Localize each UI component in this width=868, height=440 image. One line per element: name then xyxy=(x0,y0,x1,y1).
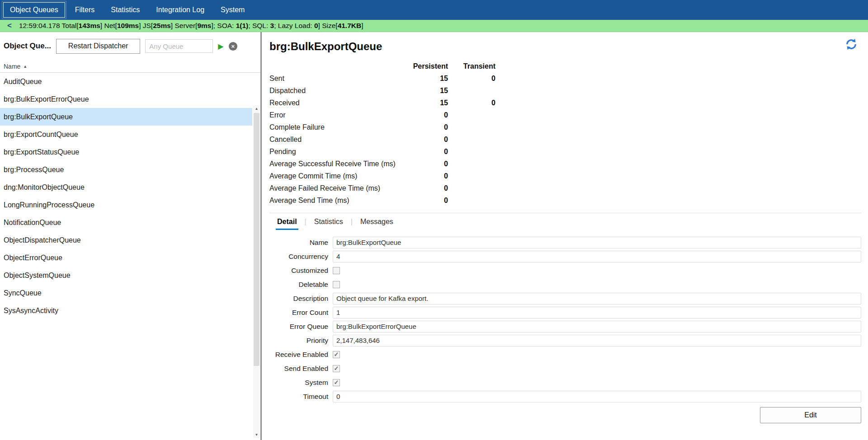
nav-tab-statistics[interactable]: Statistics xyxy=(104,3,146,17)
stat-persistent-value: 0 xyxy=(405,148,448,156)
stat-label: Pending xyxy=(269,148,405,156)
status-segment: 109ms xyxy=(117,22,139,29)
stat-label: Error xyxy=(269,111,405,119)
receive-enabled-checkbox[interactable]: ✓ xyxy=(333,351,340,358)
form-row: Name xyxy=(269,235,861,249)
tab-messages[interactable]: Messages xyxy=(359,218,395,229)
tab-separator: | xyxy=(305,218,307,226)
status-segment: 1(1) xyxy=(236,22,249,29)
form-row: Deletable xyxy=(269,277,861,291)
main-area: Object Que... Restart Dispatcher ▶ × Nam… xyxy=(0,32,868,440)
priority-field[interactable] xyxy=(333,335,861,346)
status-segment: ] Size[ xyxy=(318,22,338,29)
top-navbar: Object Queues Filters Statistics Integra… xyxy=(0,0,868,20)
stat-label: Average Send Time (ms) xyxy=(269,197,405,205)
status-text: 12:59:04.178 Total[143ms] Net[109ms] JS[… xyxy=(19,22,363,30)
queue-item-brg-bulkexportqueue[interactable]: brg:BulkExportQueue xyxy=(0,108,252,126)
scrollbar-thumb[interactable] xyxy=(254,113,259,366)
status-segment: ; SQL: xyxy=(248,22,270,29)
form-row: Priority xyxy=(269,333,861,347)
stat-persistent-value: 0 xyxy=(405,172,448,180)
nav-tab-object-queues[interactable]: Object Queues xyxy=(3,2,65,18)
stat-row: Complete Failure0 xyxy=(269,121,861,133)
status-segment: 9ms xyxy=(197,22,211,29)
form-label-receive-enabled: Receive Enabled xyxy=(269,351,333,359)
back-arrow-icon[interactable]: < xyxy=(0,21,19,30)
stat-label: Complete Failure xyxy=(269,123,405,131)
stat-transient-value: 0 xyxy=(448,75,495,83)
nav-tab-filters[interactable]: Filters xyxy=(69,3,101,17)
stat-row: Pending0 xyxy=(269,145,861,158)
stat-persistent-value: 0 xyxy=(405,197,448,205)
refresh-icon[interactable] xyxy=(844,37,858,53)
queue-item-notificationqueue[interactable]: NotificationQueue xyxy=(0,214,252,231)
stat-label: Average Failed Receive Time (ms) xyxy=(269,184,405,192)
queue-item-sysasyncactivity[interactable]: SysAsyncActivity xyxy=(0,302,252,319)
queue-item-auditqueue[interactable]: AuditQueue xyxy=(0,73,252,90)
queue-item-brg-exportstatusqueue[interactable]: brg:ExportStatusQueue xyxy=(0,143,252,161)
concurrency-field[interactable] xyxy=(333,251,861,262)
stat-row: Error0 xyxy=(269,109,861,121)
description-field[interactable] xyxy=(333,293,861,304)
status-segment: ] Server[ xyxy=(171,22,198,29)
customized-checkbox[interactable] xyxy=(333,267,340,274)
name-column-label: Name xyxy=(4,63,20,70)
stats-header-row: Persistent Transient xyxy=(269,60,861,72)
error-queue-field[interactable] xyxy=(333,321,861,332)
queue-item-objectsystemqueue[interactable]: ObjectSystemQueue xyxy=(0,267,252,284)
queue-item-brg-processqueue[interactable]: brg:ProcessQueue xyxy=(0,161,252,178)
edit-button[interactable]: Edit xyxy=(760,407,861,423)
queue-item-dng-monitorobjectqueue[interactable]: dng:MonitorObjectQueue xyxy=(0,178,252,196)
stat-label: Average Commit Time (ms) xyxy=(269,172,405,180)
clear-search-icon[interactable]: × xyxy=(229,42,237,51)
stat-persistent-value: 0 xyxy=(405,160,448,168)
queue-item-brg-bulkexporterrorqueue[interactable]: brg:BulkExportErrorQueue xyxy=(0,90,252,108)
form-label-timeout: Timeout xyxy=(269,393,333,401)
system-checkbox[interactable]: ✓ xyxy=(333,379,340,386)
stat-label: Received xyxy=(269,99,405,107)
stat-label: Sent xyxy=(269,75,405,83)
tab-detail[interactable]: Detail xyxy=(276,218,298,230)
restart-dispatcher-button[interactable]: Restart Dispatcher xyxy=(56,39,141,54)
nav-tab-integration-log[interactable]: Integration Log xyxy=(150,3,211,17)
queue-panel: Object Que... Restart Dispatcher ▶ × Nam… xyxy=(0,32,262,440)
deletable-checkbox[interactable] xyxy=(333,281,340,288)
scrollbar-track[interactable] xyxy=(253,112,260,431)
form-label-customized: Customized xyxy=(269,267,333,275)
name-column-header[interactable]: Name ▲ xyxy=(0,60,260,73)
queue-item-brg-exportcountqueue[interactable]: brg:ExportCountQueue xyxy=(0,126,252,143)
queue-item-objectdispatcherqueue[interactable]: ObjectDispatcherQueue xyxy=(0,231,252,249)
stat-persistent-value: 15 xyxy=(405,99,448,107)
name-field[interactable] xyxy=(333,237,861,248)
panel-title: Object Que... xyxy=(4,42,51,51)
queue-search-input[interactable] xyxy=(145,39,213,53)
form-label-priority: Priority xyxy=(269,337,333,345)
nav-tab-system[interactable]: System xyxy=(214,3,251,17)
queue-title: brg:BulkExportQueue xyxy=(269,40,861,53)
status-segment: 12:59:04.178 Total[ xyxy=(19,22,79,29)
form-label-description: Description xyxy=(269,295,333,303)
queue-item-objecterrorqueue[interactable]: ObjectErrorQueue xyxy=(0,249,252,267)
form-label-error-count: Error Count xyxy=(269,309,333,317)
stat-row: Average Failed Receive Time (ms)0 xyxy=(269,182,861,194)
status-segment: 0 xyxy=(314,22,318,29)
stat-label: Average Successful Receive Time (ms) xyxy=(269,160,405,168)
scroll-up-icon[interactable]: ▲ xyxy=(253,105,260,112)
run-search-icon[interactable]: ▶ xyxy=(218,42,223,51)
send-enabled-checkbox[interactable]: ✓ xyxy=(333,365,340,372)
queue-item-longrunningprocessqueue[interactable]: LongRunningProcessQueue xyxy=(0,196,252,214)
timeout-field[interactable] xyxy=(333,391,861,403)
tab-separator: | xyxy=(351,218,353,226)
error-count-field[interactable] xyxy=(333,307,861,318)
stat-row: Sent150 xyxy=(269,72,861,84)
form-row: Description xyxy=(269,291,861,305)
stat-persistent-value: 0 xyxy=(405,136,448,144)
tab-statistics[interactable]: Statistics xyxy=(313,218,344,229)
stat-row: Average Send Time (ms)0 xyxy=(269,194,861,206)
queue-list-scrollbar[interactable]: ▲ ▼ xyxy=(253,105,260,438)
scroll-down-icon[interactable]: ▼ xyxy=(253,431,260,438)
queue-list: AuditQueuebrg:BulkExportErrorQueuebrg:Bu… xyxy=(0,73,252,319)
form-label-system: System xyxy=(269,379,333,387)
status-segment: 25ms xyxy=(153,22,171,29)
queue-item-syncqueue[interactable]: SyncQueue xyxy=(0,284,252,302)
